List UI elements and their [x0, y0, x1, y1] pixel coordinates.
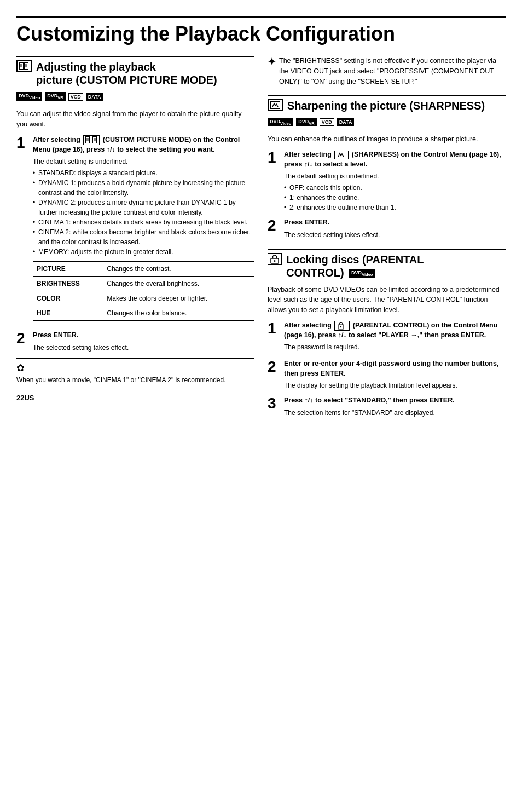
step2-right2-num: 2 — [268, 218, 280, 240]
sharpness-inline-icon — [334, 151, 349, 159]
section1-intro: You can adjust the video signal from the… — [16, 109, 254, 130]
step2-right2-heading: Press ENTER. — [284, 218, 506, 228]
step1-left-num: 1 — [16, 135, 28, 326]
section2-icon-title: Sharpening the picture (SHARPNESS) — [268, 99, 485, 112]
custom-picture-icon — [19, 62, 29, 70]
table-row: COLOR Makes the colors deeper or lighter… — [33, 291, 254, 306]
brightness-note-row: ✦ The "BRIGHTNESS" setting is not effect… — [268, 56, 506, 87]
main-columns: Adjusting the playbackpicture (CUSTOM PI… — [16, 56, 506, 796]
badge-dvdvr-1: DVDVR — [45, 92, 65, 101]
right-column: ✦ The "BRIGHTNESS" setting is not effect… — [268, 56, 506, 796]
step1-parental-heading: After selecting (PARENTAL CONTROL) on th… — [284, 321, 506, 341]
badge-data-2: DATA — [337, 118, 355, 126]
table-cell-hue-val: Changes the color balance. — [103, 306, 254, 321]
page: Customizing the Playback Configuration — [0, 0, 522, 812]
step1-bullets: STANDARD: displays a standard picture. D… — [33, 168, 254, 257]
section1-header: Adjusting the playbackpicture (CUSTOM PI… — [16, 56, 254, 105]
top-border — [16, 16, 506, 18]
custom-picture-inline-icon — [83, 135, 100, 145]
step3-parental: 3 Press ↑/↓ to select "STANDARD," then p… — [268, 396, 506, 418]
section1-title: Adjusting the playbackpicture (CUSTOM PI… — [36, 60, 217, 87]
table-row: HUE Changes the color balance. — [33, 306, 254, 321]
settings-table: PICTURE Changes the contrast. BRIGHTNESS… — [33, 261, 254, 321]
section3-title: Locking discs (PARENTAL CONTROL) DVDVide… — [286, 253, 424, 279]
page-title: Customizing the Playback Configuration — [16, 22, 506, 45]
sharpness-icon — [270, 101, 280, 109]
bullet-cinema2: CINEMA 2: white colors become brighter a… — [33, 227, 254, 247]
brightness-note-symbol: ✦ — [268, 56, 276, 68]
table-cell-brightness-label: BRIGHTNESS — [33, 277, 103, 291]
step1-default-note: The default setting is underlined. — [33, 157, 254, 166]
bullet-cinema1: CINEMA 1: enhances details in dark areas… — [33, 217, 254, 227]
section-custom-picture: Adjusting the playbackpicture (CUSTOM PI… — [16, 56, 254, 384]
bullet-2: 2: enhances the outline more than 1. — [284, 203, 506, 212]
parental-inline-icon — [334, 321, 350, 331]
section1-icon-title: Adjusting the playbackpicture (CUSTOM PI… — [16, 60, 217, 87]
section2-title: Sharpening the picture (SHARPNESS) — [287, 99, 485, 112]
step1-right2-body: The default setting is underlined. OFF: … — [284, 171, 506, 212]
bullet-off: OFF: cancels this option. — [284, 183, 506, 193]
table-cell-brightness-val: Changes the overall brightness. — [103, 277, 254, 291]
step2-right2-body: The selected setting takes effect. — [284, 230, 506, 240]
bullet-dynamic2: DYNAMIC 2: produces a more dynamic pictu… — [33, 198, 254, 217]
svg-point-19 — [274, 260, 276, 262]
inline-icon-svg — [85, 136, 97, 144]
step2-parental-num: 2 — [268, 359, 280, 390]
step1-parental-note: The password is required. — [284, 342, 506, 352]
parental-inline-svg — [337, 322, 347, 330]
table-cell-color-label: COLOR — [33, 291, 103, 306]
table-cell-color-val: Makes the colors deeper or lighter. — [103, 291, 254, 306]
step1-right2-num: 1 — [268, 150, 280, 212]
step3-parental-heading: Press ↑/↓ to select "STANDARD," then pre… — [284, 396, 506, 406]
badge-dvdvideo-3: DVDVideo — [349, 269, 375, 278]
bullet-memory: MEMORY: adjusts the picture in greater d… — [33, 247, 254, 257]
step2-parental: 2 Enter or re-enter your 4-digit passwor… — [268, 359, 506, 390]
section3-header: Locking discs (PARENTAL CONTROL) DVDVide… — [268, 249, 506, 280]
badge-data-1: DATA — [86, 93, 103, 101]
step2-left: 2 Press ENTER. The selected setting take… — [16, 331, 254, 353]
section3-intro: Playback of some DVD VIDEOs can be limit… — [268, 285, 506, 315]
brightness-note-text: The "BRIGHTNESS" setting is not effectiv… — [279, 56, 506, 87]
badge-vcd-2: VCD — [320, 118, 334, 126]
table-row: BRIGHTNESS Changes the overall brightnes… — [33, 277, 254, 291]
step1-parental-body: The password is required. — [284, 342, 506, 352]
step2-right2-content: Press ENTER. The selected setting takes … — [284, 218, 506, 240]
sharpness-icon-box — [268, 99, 283, 111]
step3-parental-body: The selection items for "STANDARD" are d… — [284, 408, 506, 418]
table-cell-picture-val: Changes the contrast. — [103, 262, 254, 277]
step3-parental-num: 3 — [268, 396, 280, 418]
step2-left-heading: Press ENTER. — [33, 331, 254, 341]
step1-left-body: The default setting is underlined. STAND… — [33, 157, 254, 321]
step1-parental-pre: After selecting — [284, 321, 332, 329]
tip-text-left: When you watch a movie, "CINEMA 1" or "C… — [16, 375, 254, 385]
table-row: PICTURE Changes the contrast. — [33, 262, 254, 277]
badge-dvdvideo-1: DVDVideo — [16, 92, 42, 101]
tip-section-left: ✿ When you watch a movie, "CINEMA 1" or … — [16, 358, 254, 385]
step2-left-content: Press ENTER. The selected setting takes … — [33, 331, 254, 353]
step1-parental-num: 1 — [268, 321, 280, 354]
table-cell-picture-label: PICTURE — [33, 262, 103, 277]
step1-right2-default: The default setting is underlined. — [284, 171, 506, 181]
step2-parental-heading: Enter or re-enter your 4-digit password … — [284, 359, 506, 378]
step1-left: 1 After selecting — [16, 135, 254, 326]
page-number: 22US — [16, 394, 254, 402]
bullet-1: 1: enhances the outline. — [284, 193, 506, 203]
svg-point-21 — [340, 326, 341, 327]
section2-badges: DVDVideo DVDVR VCD DATA — [268, 118, 355, 127]
tip-icon-left: ✿ — [16, 362, 254, 374]
custom-picture-icon-box — [16, 60, 32, 72]
step2-parental-body: The display for setting the playback lim… — [284, 381, 506, 390]
step1-left-heading: After selecting — [33, 135, 254, 155]
step1-left-content: After selecting — [33, 135, 254, 326]
step2-parental-content: Enter or re-enter your 4-digit password … — [284, 359, 506, 390]
badge-dvdvideo-2: DVDVideo — [268, 118, 293, 127]
brightness-note-section: ✦ The "BRIGHTNESS" setting is not effect… — [268, 56, 506, 87]
parental-lock-icon — [269, 254, 280, 264]
step2-left-body: The selected setting takes effect. — [33, 343, 254, 353]
step1-right2: 1 After selecting (SHARPNESS) on the Con… — [268, 150, 506, 212]
bullet-dynamic1: DYNAMIC 1: produces a bold dynamic pictu… — [33, 178, 254, 198]
section2-header: Sharpening the picture (SHARPNESS) DVDVi… — [268, 95, 506, 130]
step2-left-num: 2 — [16, 331, 28, 353]
step1-right2-bullets: OFF: cancels this option. 1: enhances th… — [284, 183, 506, 212]
left-column: Adjusting the playbackpicture (CUSTOM PI… — [16, 56, 254, 796]
